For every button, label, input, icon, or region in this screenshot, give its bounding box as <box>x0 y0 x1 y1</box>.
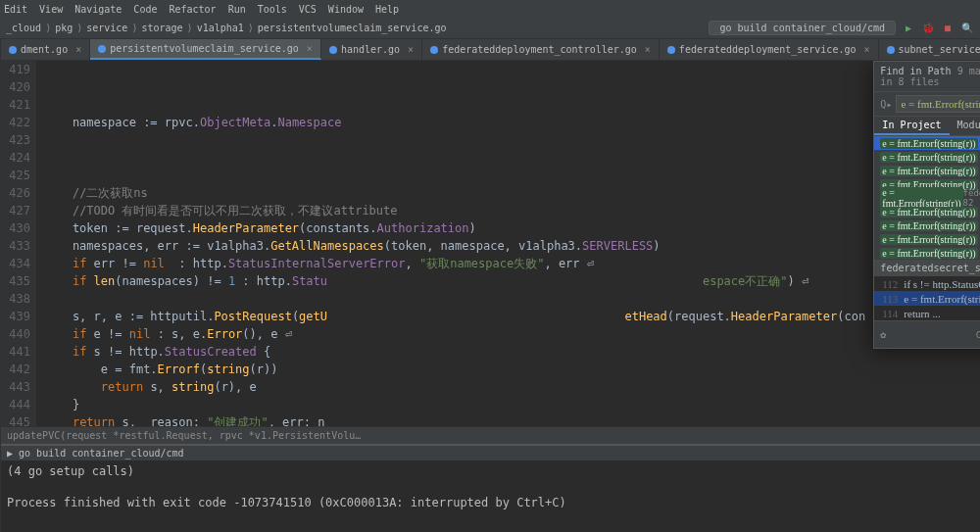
menu-view[interactable]: View <box>39 4 63 15</box>
editor[interactable]: 4194204214224234244254264274304334344354… <box>1 61 980 426</box>
editor-tabs: dment.go×persistentvolumeclaim_service.g… <box>1 39 980 61</box>
menu-run[interactable]: Run <box>228 4 246 15</box>
find-result-row[interactable]: e = fmt.Errorf(string(r))persistentvolum… <box>874 205 980 218</box>
settings-icon[interactable]: ✿ <box>880 329 886 340</box>
close-icon[interactable]: × <box>408 44 414 55</box>
editor-tab[interactable]: persistentvolumeclaim_service.go× <box>90 39 321 60</box>
close-icon[interactable]: × <box>75 44 81 55</box>
find-in-path-popup: Find in Path 9 matches in 8 files File m… <box>873 61 980 349</box>
close-icon[interactable]: × <box>307 43 313 54</box>
editor-tab[interactable]: dment.go× <box>1 39 90 60</box>
breadcrumb: _cloud⟩pkg⟩service⟩storage⟩v1alpha1⟩pers… <box>6 23 446 33</box>
breadcrumb-segment[interactable]: v1alpha1 <box>197 23 244 33</box>
debug-icon[interactable]: 🐞 <box>921 22 935 35</box>
find-result-row[interactable]: e = fmt.Errorf(string(r))vpc_service.go … <box>874 246 980 260</box>
find-result-row[interactable]: e = fmt.Errorf(string(r))subnet_service.… <box>874 218 980 232</box>
menu-edit[interactable]: Edit <box>4 4 27 15</box>
editor-tab[interactable]: federateddeployment_service.go× <box>660 39 879 60</box>
find-result-row[interactable]: e = fmt.Errorf(string(r))federatedsecret… <box>874 136 980 150</box>
run-icon[interactable]: ▶ <box>902 22 915 35</box>
menu-tools[interactable]: Tools <box>258 4 287 15</box>
find-tab[interactable]: In Project <box>874 117 949 135</box>
stop-icon[interactable]: ■ <box>941 22 955 35</box>
find-results[interactable]: e = fmt.Errorf(string(r))federatedsecret… <box>874 136 980 260</box>
close-icon[interactable]: × <box>863 44 869 55</box>
menu-code[interactable]: Code <box>133 4 157 15</box>
editor-breadcrumb[interactable]: updatePVC(request *restful.Request, rpvc… <box>1 426 980 444</box>
run-configuration-selector[interactable]: go build container_cloud/cmd <box>709 21 896 35</box>
find-result-row[interactable]: e = fmt.Errorf(string(r))vpc_service.go … <box>874 232 980 246</box>
editor-tab[interactable]: handler.go× <box>321 39 422 60</box>
breadcrumb-segment[interactable]: persistentvolumeclaim_service.go <box>258 23 447 33</box>
toolbar: _cloud⟩pkg⟩service⟩storage⟩v1alpha1⟩pers… <box>0 18 980 39</box>
breadcrumb-segment[interactable]: service <box>86 23 127 33</box>
run-output[interactable]: (4 go setup calls)Process finished with … <box>7 464 980 511</box>
menu-window[interactable]: Window <box>328 4 364 15</box>
editor-code[interactable]: namespace := rpvc.ObjectMeta.Namespace /… <box>36 61 980 426</box>
close-icon[interactable]: × <box>645 44 651 55</box>
find-title: Find in Path <box>880 66 951 76</box>
menu-vcs[interactable]: VCS <box>299 4 317 15</box>
find-result-row[interactable]: e = fmt.Errorf(string(r))configmap_servc… <box>874 150 980 164</box>
menu-navigate[interactable]: Navigate <box>74 4 122 15</box>
find-scope-tabs: In ProjectModuleDirectoryScope <box>874 117 980 136</box>
main-menu-bar: EditViewNavigateCodeRefactorRunToolsVCSW… <box>0 0 980 18</box>
find-hint: Ctrl+Enter <box>976 330 980 340</box>
menu-refactor[interactable]: Refactor <box>169 4 216 15</box>
editor-tab[interactable]: federateddeployment_controller.go× <box>422 39 660 60</box>
editor-tab[interactable]: subnet_service.go× <box>879 39 980 60</box>
preview-file-header: federatedsecret_service.go pkg/service <box>874 260 980 276</box>
run-header[interactable]: ▶ go build container_cloud/cmd <box>1 446 980 460</box>
run-tool-window: ▶ go build container_cloud/cmd (4 go set… <box>1 444 980 532</box>
breadcrumb-segment[interactable]: _cloud <box>6 23 41 33</box>
menu-help[interactable]: Help <box>375 4 399 15</box>
find-result-row[interactable]: e = fmt.Errorf(string(r))secret_service.… <box>874 164 980 177</box>
breadcrumb-segment[interactable]: storage <box>141 23 182 33</box>
search-icon[interactable]: 🔍 <box>960 22 974 35</box>
breadcrumb-segment[interactable]: pkg <box>55 23 73 33</box>
find-query-input[interactable] <box>896 95 980 113</box>
find-result-row[interactable]: e = fmt.Errorf(string(r))federatedpersis… <box>874 191 980 205</box>
editor-gutter: 4194204214224234244254264274304334344354… <box>1 61 36 426</box>
find-preview[interactable]: 112 if s != http.StatusOK {113 e = fmt.E… <box>874 276 980 320</box>
find-tab[interactable]: Module <box>950 117 980 135</box>
